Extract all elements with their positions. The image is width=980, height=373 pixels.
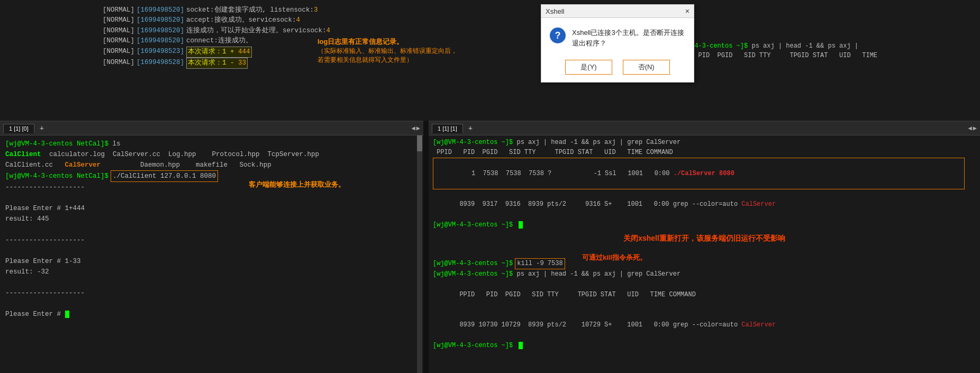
prompt-after-ps: [wj@VM-4-3-centos ~]$: [433, 220, 976, 230]
calserver-process-row: 1 7538 7538 7538 ? -1 Ssl 1001 0:00 ./Ca…: [433, 158, 965, 189]
xshell-dialog: Xshell × ? Xshell已连接3个主机。是否断开连接退出程序？ 是(Y…: [541, 4, 694, 83]
blank-3: [5, 245, 418, 256]
cursor-right-2: [519, 342, 523, 349]
xshell-buttons: 是(Y) 否(N): [541, 54, 694, 82]
grep-process-row: 8939 9317 9316 8939 pts/2 9316 S+ 1001 0…: [433, 189, 976, 220]
terminal-divider: [423, 121, 429, 373]
bottom-left-terminal: 1 [1] [0] + ◀ ▶ [wj@VM-4-3-centos NetCal…: [0, 121, 423, 373]
log-line-2: [NORMAL] [1699498520] accept:接收成功。servic…: [103, 15, 501, 25]
bottom-right-tab-add[interactable]: +: [465, 124, 476, 133]
ps-after-kill-command: [wj@VM-4-3-centos ~]$ ps axj | head -1 &…: [433, 269, 976, 279]
annotation-client-connected: 客户端能够连接上并获取业务。: [249, 180, 345, 189]
enter-3: Please Enter #: [5, 309, 418, 320]
ls-command-line: [wj@VM-4-3-centos NetCal]$ ls: [5, 139, 418, 149]
ps-after-kill-headers: PPID PID PGID SID TTY TPGID STAT UID TIM…: [433, 280, 976, 311]
xshell-question-icon: ?: [550, 28, 566, 43]
result-2: result: -32: [5, 267, 418, 277]
scrollbar-thumb: [417, 135, 422, 151]
xshell-close-icon[interactable]: ×: [685, 7, 689, 15]
calclient-command-line: [wj@VM-4-3-centos NetCal]$ ./CalClient 1…: [5, 170, 418, 182]
result-1: result: 445: [5, 214, 418, 224]
annotation-kill: 可通过kill指令杀死。: [582, 253, 647, 262]
blank-1: [5, 193, 418, 203]
blank-4: [5, 277, 418, 288]
kill-command-line: [wj@VM-4-3-centos ~]$ kill -9 7538: [433, 258, 976, 269]
xshell-body: ? Xshell已连接3个主机。是否断开连接退出程序？: [541, 18, 694, 54]
xshell-title: Xshell: [546, 7, 564, 15]
bottom-left-content: [wj@VM-4-3-centos NetCal]$ ls CalClient …: [0, 135, 423, 373]
cursor-left: [65, 311, 69, 318]
calclient-cmd-highlight: ./CalClient 127.0.0.1 8080: [111, 170, 218, 182]
ps-command-line: [wj@VM-4-3-centos ~]$ ps axj | head -1 &…: [433, 138, 976, 148]
right-tab-scroll-arrows: ◀ ▶: [968, 124, 977, 132]
bottom-right-tab-1[interactable]: 1 [1] [1]: [432, 124, 463, 133]
bottom-right-tabbar: 1 [1] [1] + ◀ ▶: [429, 122, 980, 135]
right-top-terminal: pp [wj@VM-4-3-centos ~]$ ps axj | head -…: [663, 0, 980, 65]
annotation-close-xshell: 关闭xshell重新打开，该服务端仍旧运行不受影响: [433, 232, 976, 244]
kill-cmd-highlight: kill -9 7538: [515, 258, 565, 269]
xshell-yes-button[interactable]: 是(Y): [565, 60, 612, 75]
enter-2: Please Enter # 1-33: [5, 256, 418, 267]
blank-2: [5, 224, 418, 235]
enter-1: Please Enter # 1+444: [5, 203, 418, 214]
bottom-right-terminal: 1 [1] [1] + ◀ ▶ [wj@VM-4-3-centos ~]$ ps…: [429, 121, 980, 373]
file-list-2: CalClient.cc CalServer Daemon.hpp makefi…: [5, 160, 418, 170]
bottom-left-tab-1[interactable]: 1 [1] [0]: [3, 124, 34, 133]
separator-1: --------------------: [5, 182, 418, 193]
tab-scroll-arrows: ◀ ▶: [412, 124, 420, 132]
xshell-no-button[interactable]: 否(N): [623, 60, 670, 75]
cursor-right-1: [519, 221, 523, 229]
log-line-3: [NORMAL] [1699498520] 连接成功，可以开始业务处理。serv…: [103, 26, 501, 36]
grep-after-kill-row: 8939 10730 10729 8939 pts/2 10729 S+ 100…: [433, 310, 976, 341]
xshell-message: Xshell已连接3个主机。是否断开连接退出程序？: [572, 28, 685, 48]
blank-5: [5, 298, 418, 309]
top-annotation: log日志里有正常信息记录。 （实际标准输入、标准输出、标准错误重定向后， 若需…: [317, 37, 457, 65]
ps-headers: PPID PID PGID SID TTY TPGID STAT UID TIM…: [433, 148, 976, 158]
separator-3: --------------------: [5, 288, 418, 298]
bottom-right-content: [wj@VM-4-3-centos ~]$ ps axj | head -1 &…: [429, 135, 980, 373]
prompt-final: [wj@VM-4-3-centos ~]$: [433, 341, 976, 351]
bottom-left-tab-add[interactable]: +: [37, 124, 47, 133]
xshell-titlebar: Xshell ×: [541, 5, 694, 18]
log-line-1: [NORMAL] [1699498520] socket:创建套接字成功, li…: [103, 5, 501, 15]
blank-before-kill: [433, 244, 976, 254]
file-list-1: CalClient calculator.log CalServer.cc Lo…: [5, 149, 418, 160]
bottom-left-tabbar: 1 [1] [0] + ◀ ▶: [0, 122, 423, 135]
scrollbar-left-term[interactable]: [417, 135, 422, 373]
separator-2: --------------------: [5, 235, 418, 245]
